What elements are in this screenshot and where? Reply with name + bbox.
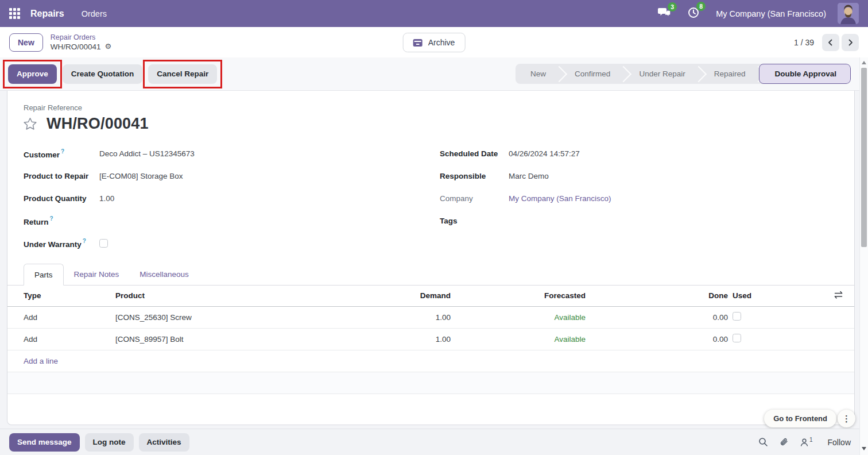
add-line-row: Add a line [7, 350, 854, 372]
column-header-demand[interactable]: Demand [382, 286, 451, 306]
chatter-icons: 1 [758, 437, 813, 447]
column-header-used[interactable]: Used [728, 286, 760, 306]
notebook-tabs: Parts Repair Notes Miscellaneous [7, 264, 854, 286]
search-messages-icon[interactable] [758, 437, 768, 447]
field-value-customer[interactable]: Deco Addict – US12345673 [99, 149, 195, 158]
floating-actions: Go to Frontend ⋮ [764, 410, 855, 427]
control-panel: New Repair Orders WH/RO/00041 ⚙ Archive … [0, 27, 868, 57]
messages-button[interactable]: 3 [657, 7, 671, 21]
column-header-product[interactable]: Product [106, 286, 382, 306]
archive-box-icon [413, 39, 423, 47]
cell-product[interactable]: [CONS_25630] Screw [106, 306, 382, 328]
chevron-left-icon [827, 38, 835, 47]
under-warranty-checkbox[interactable] [99, 239, 108, 248]
approve-button[interactable]: Approve [8, 64, 57, 84]
activities-button-chatter[interactable]: Activities [139, 433, 189, 452]
company-switcher[interactable]: My Company (San Francisco) [716, 9, 826, 18]
field-return: Return? [24, 210, 345, 232]
tab-parts[interactable]: Parts [24, 264, 64, 286]
cell-demand[interactable]: 1.00 [382, 328, 451, 350]
field-value-product-to-repair[interactable]: [E-COM08] Storage Box [99, 172, 183, 180]
cell-forecasted[interactable]: Available [451, 328, 586, 350]
cell-product[interactable]: [CONS_89957] Bolt [106, 328, 382, 350]
archive-button[interactable]: Archive [403, 33, 466, 52]
field-company: Company My Company (San Francisco) [440, 187, 838, 210]
cell-done[interactable]: 0.00 [586, 328, 728, 350]
nav-menu-orders[interactable]: Orders [82, 9, 107, 18]
scrollbar-up-arrow[interactable] [862, 61, 866, 64]
cell-type[interactable]: Add [7, 328, 106, 350]
annotation-box-approve: Approve [8, 64, 57, 84]
apps-menu-icon[interactable] [9, 8, 20, 19]
add-a-line-link[interactable]: Add a line [7, 350, 854, 372]
pager: 1 / 39 [794, 27, 859, 57]
field-label-product-quantity: Product Quantity [24, 194, 99, 203]
column-header-forecasted[interactable]: Forecasted [451, 286, 586, 306]
form-fields: Customer? Deco Addict – US12345673 Produ… [24, 142, 838, 255]
field-label-scheduled-date: Scheduled Date [440, 149, 509, 158]
fields-left-column: Customer? Deco Addict – US12345673 Produ… [24, 142, 345, 255]
scrollbar-thumb[interactable] [861, 68, 867, 247]
user-avatar[interactable] [838, 3, 859, 24]
log-note-button[interactable]: Log note [85, 433, 134, 452]
vertical-scrollbar[interactable] [859, 57, 868, 455]
field-label-under-warranty: Under Warranty? [24, 238, 99, 249]
field-customer: Customer? Deco Addict – US12345673 [24, 142, 345, 165]
help-icon: ? [50, 215, 53, 222]
messages-badge: 3 [668, 2, 677, 11]
follow-button[interactable]: Follow [828, 438, 851, 447]
optional-columns-header [760, 286, 854, 306]
field-value-responsible[interactable]: Marc Demo [509, 172, 549, 180]
more-options-button[interactable]: ⋮ [838, 410, 855, 427]
field-label-responsible: Responsible [440, 172, 509, 180]
gear-icon[interactable]: ⚙ [105, 42, 112, 52]
field-label-customer: Customer? [24, 149, 99, 159]
page-title[interactable]: WH/RO/00041 [46, 115, 149, 133]
pager-next-button[interactable] [842, 34, 859, 51]
status-step-under-repair[interactable]: Under Repair [624, 64, 699, 84]
field-value-product-quantity[interactable]: 1.00 [99, 194, 114, 203]
new-button[interactable]: New [9, 33, 43, 52]
cell-demand[interactable]: 1.00 [382, 306, 451, 328]
field-scheduled-date: Scheduled Date 04/26/2024 14:57:27 [440, 142, 838, 165]
avatar-portrait [838, 3, 859, 24]
field-value-company[interactable]: My Company (San Francisco) [509, 194, 611, 203]
pager-previous-button[interactable] [822, 34, 839, 51]
optional-columns-icon[interactable] [834, 292, 843, 300]
cell-type[interactable]: Add [7, 306, 106, 328]
form-sheet: Repair Reference WH/RO/00041 Customer? D… [7, 91, 855, 425]
favorite-star-icon[interactable] [22, 117, 38, 132]
field-label-tags: Tags [440, 217, 509, 225]
status-step-double-approval[interactable]: Double Approval [759, 64, 851, 84]
column-header-type[interactable]: Type [7, 286, 106, 306]
scrollbar-down-arrow[interactable] [862, 447, 866, 450]
activities-button[interactable]: 8 [687, 6, 700, 21]
send-message-button[interactable]: Send message [9, 433, 80, 452]
table-row[interactable]: Add [CONS_25630] Screw 1.00 Available 0.… [7, 306, 854, 328]
cancel-repair-button[interactable]: Cancel Repair [148, 64, 217, 84]
cell-forecasted[interactable]: Available [451, 306, 586, 328]
cell-done[interactable]: 0.00 [586, 306, 728, 328]
status-step-confirmed[interactable]: Confirmed [560, 64, 624, 84]
create-quotation-button[interactable]: Create Quotation [63, 64, 143, 84]
field-value-scheduled-date[interactable]: 04/26/2024 14:57:27 [509, 149, 580, 158]
used-checkbox[interactable] [733, 334, 741, 342]
breadcrumb: Repair Orders WH/RO/00041 ⚙ [51, 33, 111, 52]
field-product-to-repair: Product to Repair [E-COM08] Storage Box [24, 165, 345, 187]
app-name[interactable]: Repairs [30, 9, 64, 19]
followers-icon[interactable]: 1 [800, 438, 813, 447]
status-step-repaired[interactable]: Repaired [699, 64, 760, 84]
used-checkbox[interactable] [733, 312, 741, 321]
column-header-done[interactable]: Done [586, 286, 728, 306]
go-to-frontend-button[interactable]: Go to Frontend [764, 410, 836, 427]
table-row[interactable]: Add [CONS_89957] Bolt 1.00 Available 0.0… [7, 328, 854, 350]
status-step-new[interactable]: New [516, 64, 560, 84]
attachments-paperclip-icon[interactable] [779, 437, 789, 447]
tab-repair-notes[interactable]: Repair Notes [64, 264, 130, 285]
field-label-product-to-repair: Product to Repair [24, 172, 99, 180]
field-responsible: Responsible Marc Demo [440, 165, 838, 187]
breadcrumb-parent[interactable]: Repair Orders [51, 33, 111, 42]
tab-miscellaneous[interactable]: Miscellaneous [129, 264, 199, 285]
field-under-warranty: Under Warranty? [24, 232, 345, 255]
fields-right-column: Scheduled Date 04/26/2024 14:57:27 Respo… [440, 142, 838, 255]
